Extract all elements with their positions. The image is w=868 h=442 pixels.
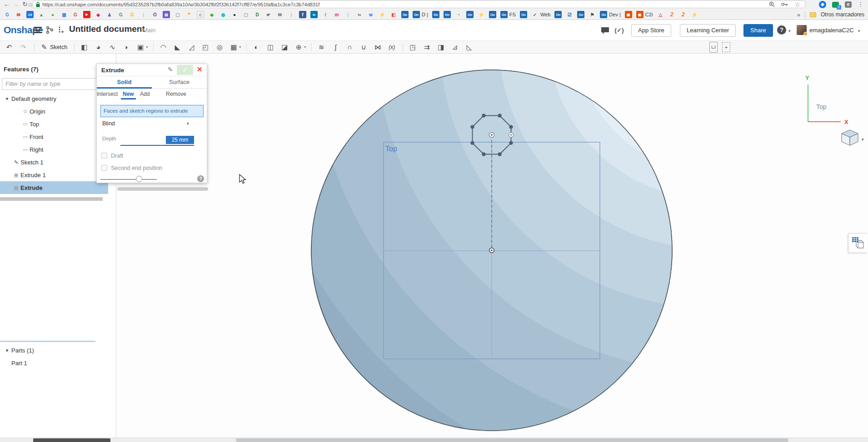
- variable-icon[interactable]: [388, 43, 397, 52]
- parts-flyout-tab[interactable]: [848, 233, 867, 253]
- bookmark[interactable]: [310, 11, 318, 18]
- bookmark[interactable]: [288, 11, 295, 18]
- bookmark[interactable]: [625, 11, 632, 18]
- projected-curve-icon[interactable]: [345, 43, 355, 52]
- operation-tab[interactable]: New: [123, 91, 134, 97]
- features-scrollbar[interactable]: [0, 197, 103, 201]
- helix-icon[interactable]: [317, 43, 327, 52]
- insert-element-icon[interactable]: [57, 26, 65, 35]
- dialog-tab[interactable]: Surface: [152, 76, 207, 88]
- confirm-button[interactable]: ✓: [177, 65, 193, 75]
- bookmark[interactable]: [26, 11, 34, 18]
- back-icon[interactable]: ←: [3, 0, 11, 9]
- bookmark[interactable]: Web: [531, 11, 550, 18]
- fillet-icon[interactable]: [159, 43, 169, 52]
- bookmark[interactable]: [489, 11, 496, 18]
- bookmark[interactable]: [344, 11, 352, 18]
- viewport-canvas[interactable]: Top Y X Top: [116, 54, 868, 437]
- loft-icon[interactable]: [122, 43, 132, 52]
- checkbox[interactable]: [101, 165, 107, 171]
- featurescript-icon[interactable]: {✓}: [614, 27, 624, 34]
- forward-icon[interactable]: →: [12, 0, 20, 9]
- linear-pattern-icon[interactable]: [229, 43, 241, 52]
- bookmark[interactable]: Dev |: [600, 11, 620, 18]
- bookmark[interactable]: [691, 11, 698, 18]
- bookmark[interactable]: FS: [500, 11, 516, 18]
- offset-surface-icon[interactable]: [409, 43, 418, 52]
- share-button[interactable]: Share: [743, 24, 773, 37]
- redo-icon[interactable]: [19, 43, 29, 52]
- feature-item[interactable]: Extrude: [0, 181, 108, 194]
- operation-tab[interactable]: Add: [140, 91, 150, 97]
- bookmark[interactable]: [174, 11, 181, 18]
- thicken-icon[interactable]: [136, 43, 148, 52]
- checkbox-row[interactable]: Draft: [97, 149, 207, 162]
- bookmark[interactable]: [367, 11, 374, 18]
- url-text[interactable]: https://cad.onshape.com/documents/95d323…: [42, 2, 769, 7]
- horizontal-scrollbar[interactable]: [236, 438, 788, 442]
- transform-icon[interactable]: [294, 43, 306, 52]
- end-condition-dropdown[interactable]: Blind: [102, 120, 115, 127]
- zoom-icon[interactable]: [769, 1, 775, 7]
- sketch-icon[interactable]: Sketch: [40, 43, 69, 52]
- help-icon[interactable]: ?: [777, 25, 786, 35]
- dialog-tab[interactable]: Solid: [97, 76, 152, 88]
- draft-icon[interactable]: [187, 43, 197, 52]
- url-bar[interactable]: https://cad.onshape.com/documents/95d323…: [33, 0, 805, 8]
- bookmark[interactable]: [432, 11, 439, 18]
- user-menu-caret-icon[interactable]: ▾: [858, 29, 860, 33]
- learning-center-button[interactable]: Learning Center: [680, 24, 736, 37]
- bookmark[interactable]: [668, 11, 675, 18]
- bookmark[interactable]: [60, 11, 68, 18]
- bookmark[interactable]: [38, 11, 45, 18]
- browser-menu-icon[interactable]: ⋮: [858, 0, 863, 9]
- fillet-surface-icon[interactable]: [465, 43, 474, 52]
- bookmark[interactable]: [390, 11, 397, 18]
- toolbar-button[interactable]: [34, 43, 35, 51]
- bookmark[interactable]: [657, 11, 664, 18]
- bookmark[interactable]: [231, 11, 238, 18]
- composite-curve-icon[interactable]: [374, 43, 383, 52]
- bookmark[interactable]: [379, 11, 386, 18]
- hole-icon[interactable]: [215, 43, 225, 52]
- bookmark[interactable]: [577, 11, 584, 18]
- mirror-icon[interactable]: [280, 43, 290, 52]
- operation-tab[interactable]: Intersect: [97, 91, 118, 97]
- parts-header[interactable]: Parts (1): [0, 344, 114, 356]
- bookmark[interactable]: [566, 11, 573, 18]
- bookmark[interactable]: [49, 11, 56, 18]
- spline-icon[interactable]: [331, 43, 341, 52]
- bookmark[interactable]: [242, 11, 249, 18]
- bookmark[interactable]: [129, 11, 136, 18]
- bookmark[interactable]: C2i: [636, 11, 653, 18]
- bookmark[interactable]: [15, 11, 22, 18]
- sweep-icon[interactable]: [108, 43, 118, 52]
- bookmark[interactable]: [151, 11, 159, 18]
- bookmark[interactable]: [401, 11, 409, 18]
- dialog-help-icon[interactable]: ?: [197, 175, 204, 182]
- bookmark[interactable]: [276, 11, 284, 18]
- view-cube-caret-icon[interactable]: ▾: [862, 137, 864, 142]
- dialog-scrollbar[interactable]: [117, 187, 208, 191]
- extension-evernote-icon[interactable]: e: [845, 1, 852, 8]
- bookmark[interactable]: [208, 11, 215, 18]
- user-name[interactable]: emagdalenaC2C: [809, 27, 854, 34]
- parts-divider[interactable]: [0, 341, 95, 342]
- extension-compass-icon[interactable]: [819, 1, 826, 8]
- bookmark[interactable]: D |: [413, 11, 428, 18]
- bookmark[interactable]: [163, 11, 170, 18]
- hamburger-menu-icon[interactable]: [34, 27, 42, 33]
- bookmark[interactable]: [466, 11, 474, 18]
- rename-pencil-icon[interactable]: ✎: [168, 66, 173, 73]
- opacity-slider-track[interactable]: [100, 179, 157, 180]
- bridging-curve-icon[interactable]: [359, 43, 369, 52]
- part-item[interactable]: Part 1: [0, 357, 114, 369]
- versions-icon[interactable]: [45, 26, 55, 34]
- move-face-icon[interactable]: [423, 43, 432, 52]
- model-view[interactable]: Top Y X Top: [116, 54, 868, 437]
- bookmark-star-icon[interactable]: ☆: [794, 1, 800, 8]
- insert-reference-icon[interactable]: [722, 42, 730, 52]
- bookmark[interactable]: [140, 11, 147, 18]
- boolean-icon[interactable]: [252, 43, 262, 52]
- workspace-name[interactable]: Main: [143, 27, 155, 34]
